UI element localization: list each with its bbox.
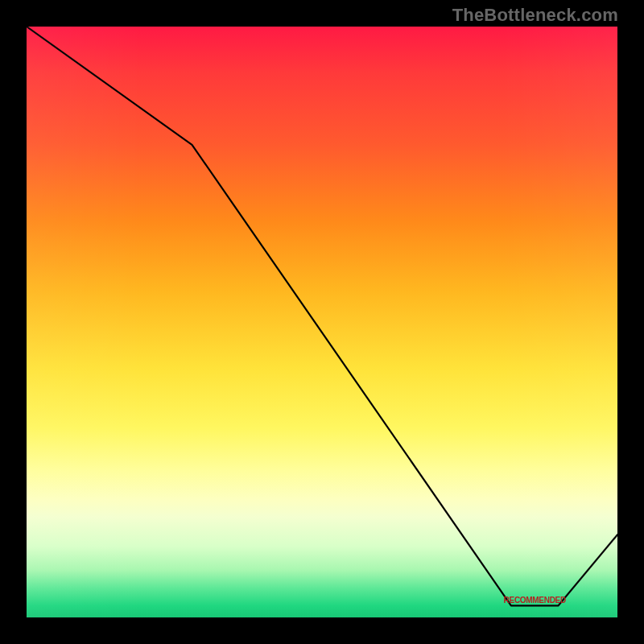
line-series — [27, 27, 617, 617]
watermark-text: TheBottleneck.com — [452, 5, 618, 26]
recommended-label: RECOMMENDED — [504, 595, 566, 604]
plot-area: RECOMMENDED — [27, 27, 617, 617]
chart-frame: TheBottleneck.com RECOMMENDED — [0, 0, 644, 644]
